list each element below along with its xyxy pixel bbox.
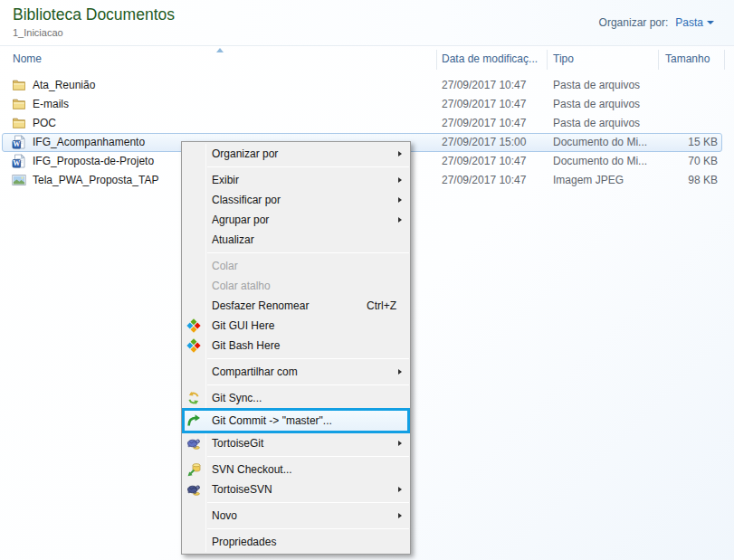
menu-item-git-commit[interactable]: Git Commit -> "master"... <box>182 408 410 433</box>
file-type: Documento do Mi... <box>553 152 647 171</box>
file-date: 27/09/2017 15:00 <box>442 133 526 152</box>
column-header-row: Nome Data de modificaç... Tipo Tamanho <box>0 47 734 71</box>
menu-item-label: Git Commit -> "master"... <box>212 414 332 427</box>
menu-item-label: TortoiseSVN <box>212 483 272 496</box>
menu-item-share-with[interactable]: Compartilhar com <box>182 362 410 382</box>
svg-text:W: W <box>13 159 20 167</box>
menu-item-label: Compartilhar com <box>212 365 298 378</box>
menu-item-label: Desfazer Renomear <box>212 299 309 312</box>
folder-icon <box>12 97 26 111</box>
menu-item-label: Organizar por <box>212 147 278 160</box>
column-header-type[interactable]: Tipo <box>553 47 574 71</box>
file-size: 70 KB <box>658 152 718 171</box>
submenu-arrow-icon <box>398 217 402 223</box>
column-header-date[interactable]: Data de modificaç... <box>442 47 538 71</box>
menu-item-view[interactable]: Exibir <box>182 170 410 190</box>
image-icon <box>12 173 26 187</box>
folder-icon <box>12 116 26 130</box>
sort-ascending-icon <box>216 48 224 52</box>
file-row[interactable]: Ata_Reunião27/09/2017 10:47Pasta de arqu… <box>0 76 734 95</box>
explorer-header: Biblioteca Documentos 1_Iniciacao Organi… <box>0 0 734 46</box>
file-name: E-mails <box>33 95 69 114</box>
menu-item-tortoisegit[interactable]: TortoiseGit <box>182 433 410 453</box>
menu-item-git-sync[interactable]: Git Sync... <box>182 388 410 408</box>
column-divider[interactable] <box>658 50 659 70</box>
column-divider[interactable] <box>436 50 437 70</box>
menu-separator <box>207 166 409 167</box>
menu-item-shortcut: Ctrl+Z <box>367 296 396 316</box>
organize-by-dropdown[interactable]: Pasta <box>675 16 714 29</box>
breadcrumb: 1_Iniciacao <box>13 27 63 38</box>
menu-item-label: TortoiseGit <box>212 437 263 450</box>
organize-by-label: Organizar por: <box>599 16 669 29</box>
git-sync-icon <box>186 391 201 405</box>
menu-separator <box>207 502 409 503</box>
svn-checkout-icon <box>186 462 201 477</box>
file-type: Pasta de arquivos <box>553 76 640 95</box>
organize-by-control: Organizar por:Pasta <box>599 16 714 29</box>
file-date: 27/09/2017 10:47 <box>442 171 526 190</box>
file-name: POC <box>33 114 56 133</box>
file-type: Pasta de arquivos <box>553 114 640 133</box>
menu-separator <box>207 252 409 253</box>
menu-item-properties[interactable]: Propriedades <box>182 532 410 552</box>
file-size: 15 KB <box>658 133 718 152</box>
file-name: Ata_Reunião <box>33 76 95 95</box>
menu-item-label: Exibir <box>212 174 239 186</box>
column-divider[interactable] <box>724 50 725 70</box>
submenu-arrow-icon <box>398 487 402 492</box>
submenu-arrow-icon <box>398 151 402 157</box>
git-logo-icon <box>186 338 201 353</box>
menu-item-label: Atualizar <box>212 233 254 246</box>
file-row[interactable]: POC27/09/2017 10:47Pasta de arquivos <box>0 114 734 133</box>
menu-item-refresh[interactable]: Atualizar <box>182 230 410 250</box>
submenu-arrow-icon <box>398 369 402 375</box>
menu-item-tortoisesvn[interactable]: TortoiseSVN <box>182 479 410 499</box>
menu-item-label: Colar <box>212 260 238 272</box>
file-size: 98 KB <box>658 171 718 190</box>
menu-item-label: Git Bash Here <box>212 339 280 352</box>
menu-item-git-bash-here[interactable]: Git Bash Here <box>182 336 410 356</box>
file-type: Documento do Mi... <box>553 133 647 152</box>
chevron-down-icon <box>707 21 714 24</box>
tortoisegit-icon <box>186 436 201 451</box>
file-name: IFG_Acompanhamento <box>33 133 145 152</box>
menu-separator <box>207 528 409 529</box>
menu-item-svn-checkout[interactable]: SVN Checkout... <box>182 460 410 479</box>
folder-icon <box>12 78 26 92</box>
menu-item-undo-rename[interactable]: Desfazer RenomearCtrl+Z <box>182 296 410 316</box>
menu-item-group-by[interactable]: Agrupar por <box>182 210 410 230</box>
menu-item-label: Colar atalho <box>212 280 271 292</box>
menu-item-sort-by[interactable]: Classificar por <box>182 190 410 210</box>
svg-text:W: W <box>13 140 20 148</box>
submenu-arrow-icon <box>398 177 402 183</box>
menu-item-label: Agrupar por <box>212 214 269 226</box>
column-divider[interactable] <box>547 50 548 70</box>
submenu-arrow-icon <box>398 513 402 518</box>
menu-separator <box>207 456 409 457</box>
context-menu: Organizar porExibirClassificar porAgrupa… <box>181 141 411 555</box>
submenu-arrow-icon <box>398 197 402 203</box>
word-icon: W <box>12 135 26 149</box>
git-commit-arrow-icon <box>186 413 201 428</box>
file-row[interactable]: E-mails27/09/2017 10:47Pasta de arquivos <box>0 95 734 114</box>
menu-item-label: Novo <box>212 509 237 522</box>
file-name: Tela_PWA_Proposta_TAP <box>33 171 158 190</box>
file-name: IFG_Proposta-de-Projeto <box>33 152 154 171</box>
file-date: 27/09/2017 10:47 <box>442 114 526 133</box>
menu-item-new[interactable]: Novo <box>182 506 410 526</box>
file-type: Imagem JPEG <box>553 171 624 190</box>
git-logo-icon <box>186 318 201 333</box>
page-title: Biblioteca Documentos <box>13 5 175 24</box>
file-date: 27/09/2017 10:47 <box>442 76 526 95</box>
submenu-arrow-icon <box>398 441 402 446</box>
tortoisesvn-icon <box>186 482 201 497</box>
column-header-name[interactable]: Nome <box>13 47 42 71</box>
column-header-size[interactable]: Tamanho <box>665 47 710 71</box>
menu-item-label: Git GUI Here <box>212 319 274 332</box>
menu-item-git-gui-here[interactable]: Git GUI Here <box>182 316 410 336</box>
file-date: 27/09/2017 10:47 <box>442 95 526 114</box>
menu-item-organize-by[interactable]: Organizar por <box>182 144 410 164</box>
file-size <box>658 76 718 95</box>
menu-item-label: SVN Checkout... <box>212 463 292 476</box>
